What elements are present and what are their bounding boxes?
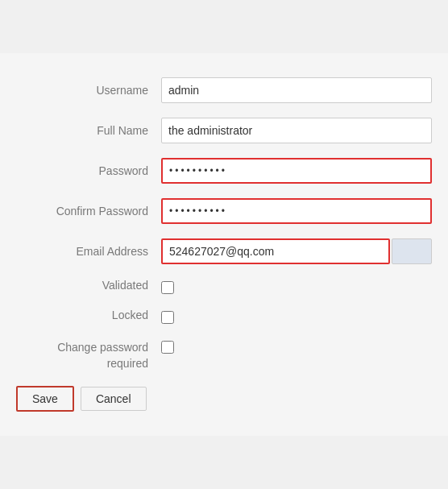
validated-row: Validated bbox=[16, 279, 432, 294]
validated-checkbox[interactable] bbox=[161, 281, 174, 294]
locked-row: Locked bbox=[16, 309, 432, 324]
username-input[interactable] bbox=[161, 77, 432, 103]
username-row: Username bbox=[16, 77, 432, 103]
confirm-password-row: Confirm Password bbox=[16, 198, 432, 224]
password-row: Password bbox=[16, 158, 432, 184]
button-row: Save Cancel bbox=[16, 386, 432, 412]
email-row: Email Address bbox=[16, 238, 432, 264]
locked-label: Locked bbox=[16, 309, 161, 321]
email-input[interactable] bbox=[161, 238, 390, 264]
fullname-row: Full Name bbox=[16, 118, 432, 143]
change-password-checkbox[interactable] bbox=[161, 341, 174, 354]
cancel-button[interactable]: Cancel bbox=[81, 387, 147, 411]
change-password-label: Change password required bbox=[16, 338, 161, 371]
validated-label: Validated bbox=[16, 279, 161, 292]
save-button[interactable]: Save bbox=[16, 386, 74, 412]
change-password-row: Change password required bbox=[16, 338, 432, 371]
confirm-password-label: Confirm Password bbox=[16, 205, 161, 218]
email-extra-button[interactable] bbox=[392, 238, 432, 264]
password-label: Password bbox=[16, 164, 161, 177]
form-container: Username Full Name Password Confirm Pass… bbox=[0, 53, 448, 436]
locked-checkbox[interactable] bbox=[161, 311, 174, 324]
email-label: Email Address bbox=[16, 245, 161, 258]
password-input[interactable] bbox=[161, 158, 432, 184]
email-wrapper bbox=[161, 238, 432, 264]
fullname-label: Full Name bbox=[16, 124, 161, 137]
username-label: Username bbox=[16, 84, 161, 97]
confirm-password-input[interactable] bbox=[161, 198, 432, 224]
fullname-input[interactable] bbox=[161, 118, 432, 143]
